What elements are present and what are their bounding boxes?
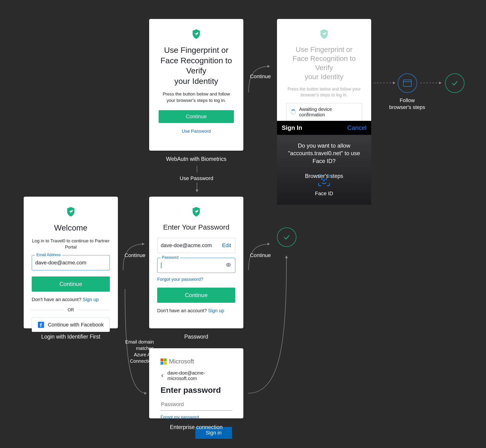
password-field[interactable]: [157, 258, 235, 273]
microsoft-label: Microsoft: [169, 358, 194, 365]
facebook-label: Continue with Facebook: [48, 322, 104, 328]
microsoft-icon: [160, 359, 167, 365]
svg-point-14: [228, 264, 229, 265]
continue-with-facebook-button[interactable]: Continue with Facebook: [32, 318, 110, 332]
shield-plane-icon: [191, 28, 202, 39]
flow-label-use-password: Use Password: [173, 175, 220, 182]
back-email-row[interactable]: dave-doe@acme-microsoft.com: [160, 370, 232, 381]
continue-button[interactable]: Continue: [32, 276, 110, 292]
password-card: Enter Your Password dave-doe@acme.com Ed…: [149, 197, 243, 328]
svg-marker-13: [142, 243, 144, 245]
browser-steps-top: Use Fingerprint or Face Recognition to V…: [277, 19, 371, 121]
flow-arrow-1: [246, 62, 274, 99]
browser-window-step-icon: [398, 73, 417, 93]
shield-plane-icon: [191, 206, 202, 217]
signup-prompt: Don't have an account? Sign up: [32, 297, 110, 302]
shield-plane-icon: [65, 206, 76, 217]
success-check-2: [277, 227, 296, 247]
awaiting-confirmation-box: Awaiting device confirmation: [286, 103, 362, 121]
svg-rect-18: [164, 359, 167, 361]
password-label: Password: [160, 255, 180, 260]
password-title: Enter Your Password: [157, 223, 235, 232]
svg-marker-4: [393, 81, 395, 84]
flow-label-continue-2: Continue: [121, 252, 149, 258]
signup-link[interactable]: Sign up: [208, 308, 224, 313]
ios-faceid-panel: Sign In Cancel Do you want to allow "acc…: [277, 121, 371, 205]
spinner-icon: [291, 109, 296, 115]
enterprise-email: dave-doe@acme-microsoft.com: [167, 370, 232, 381]
welcome-title: Welcome: [32, 223, 110, 233]
svg-rect-20: [164, 362, 167, 365]
sign-in-label: Sign In: [282, 124, 302, 131]
svg-marker-21: [285, 255, 288, 258]
faceid-label: Face ID: [277, 191, 371, 197]
identifier-first-card: Welcome Log in to Travel0 to continue to…: [24, 197, 118, 328]
signup-link[interactable]: Sign up: [83, 297, 99, 302]
identifier-caption: Login with Identifier First: [24, 334, 118, 340]
forgot-password-link[interactable]: Forgot your password?: [157, 277, 203, 282]
signup-prompt: Don't have an account? Sign up: [157, 308, 235, 313]
success-check-1: [445, 73, 464, 93]
flow-label-continue-1: Continue: [246, 73, 274, 80]
password-caption: Password: [149, 334, 243, 340]
travel0-logo: [159, 28, 234, 39]
ios-header: Sign In Cancel: [277, 121, 371, 135]
follow-browser-label: Follow browser's steps: [388, 97, 426, 111]
browser-steps-caption: Browser's steps: [277, 173, 371, 179]
ms-password-field[interactable]: [160, 399, 232, 411]
enterprise-card: Microsoft dave-doe@acme-microsoft.com En…: [149, 348, 243, 418]
cancel-button[interactable]: Cancel: [347, 124, 367, 131]
enter-password-title: Enter password: [160, 385, 232, 395]
email-field[interactable]: [32, 255, 110, 270]
back-arrow-icon: [160, 374, 165, 378]
svg-marker-8: [439, 81, 441, 84]
text-cursor: [161, 263, 161, 268]
use-password-link[interactable]: Use Password: [159, 129, 234, 134]
svg-marker-16: [144, 392, 147, 395]
edit-email-link[interactable]: Edit: [222, 242, 231, 248]
svg-marker-15: [267, 243, 270, 245]
svg-marker-0: [267, 65, 270, 68]
microsoft-logo-row: Microsoft: [160, 358, 232, 365]
faceid-ask-text: Do you want to allow "accounts.travel0.n…: [277, 135, 371, 167]
ms-forgot-password-link[interactable]: Forgot my password: [160, 415, 199, 420]
enterprise-caption: Enterprise connection: [149, 424, 243, 431]
svg-rect-5: [403, 80, 411, 87]
svg-marker-11: [196, 190, 198, 192]
email-label: Email Address: [35, 253, 62, 257]
webautn-subtitle: Press the button below and follow your b…: [159, 91, 234, 104]
flow-arrow-enterprise-success: [246, 251, 289, 398]
svg-rect-17: [160, 359, 163, 361]
continue-button[interactable]: Continue: [157, 288, 235, 303]
svg-rect-19: [160, 362, 163, 365]
continue-button[interactable]: Continue: [159, 110, 234, 123]
webautn-caption: WebAutn with Biometrics: [149, 156, 243, 162]
show-password-button[interactable]: [225, 262, 232, 269]
eye-icon: [225, 262, 232, 268]
facebook-icon: [38, 322, 44, 328]
or-divider: OR: [32, 307, 110, 312]
awaiting-text: Awaiting device confirmation: [299, 107, 357, 118]
welcome-subtitle: Log in to Travel0 to continue to Partner…: [32, 238, 110, 250]
webautn-title: Use Fingerprint or Face Recognition to V…: [159, 45, 234, 86]
webautn-card: Use Fingerprint or Face Recognition to V…: [149, 19, 243, 151]
flow-label-continue-3: Continue: [246, 252, 274, 258]
